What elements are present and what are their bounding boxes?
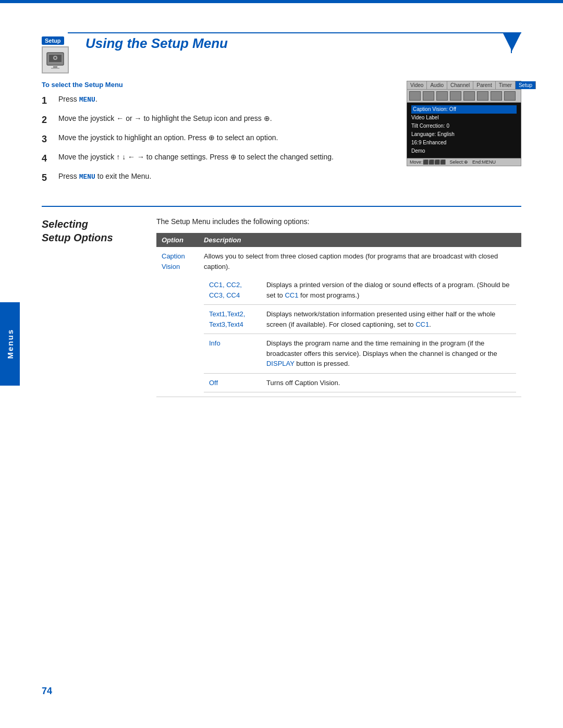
- menu-tab-setup: Setup: [516, 81, 536, 89]
- section-divider: [42, 206, 521, 207]
- sub-td-text1234-desc: Displays network/station information pre…: [261, 305, 516, 334]
- sub-td-off-desc: Turns off Caption Vision.: [261, 373, 516, 392]
- caption-vision-link: Caption Vision: [162, 252, 185, 270]
- options-table: Option Description Caption Vision Allows…: [156, 233, 521, 397]
- icon-box-7: [491, 91, 502, 101]
- mc-item-6: Demo: [411, 147, 517, 155]
- menu-tab-video: Video: [407, 81, 427, 89]
- sub-heading: To select the Setup Menu: [42, 81, 391, 89]
- step-2-text: Move the joystick ← or → to highlight th…: [58, 113, 391, 127]
- icon-box-6: [477, 91, 488, 101]
- mc-item-2: Video Label: [411, 114, 517, 122]
- menu-ref-1: MENU: [79, 96, 95, 104]
- menu-tab-parent: Parent: [473, 81, 495, 89]
- row-caption-vision: Caption Vision Allows you to select from…: [156, 247, 521, 397]
- menu-tab-channel: Channel: [447, 81, 473, 89]
- setup-icon-wrapper: Setup: [42, 35, 78, 73]
- th-description: Description: [199, 233, 521, 247]
- sub-td-off-opt: Off: [204, 373, 261, 392]
- sub-table: CC1, CC2,CC3, CC4 Displays a printed ver…: [204, 276, 516, 392]
- caption-vision-main-desc: Allows you to select from three closed c…: [204, 251, 516, 272]
- section2-title-line1: Selecting: [42, 218, 88, 230]
- icon-box-1: [409, 91, 421, 101]
- section1-title-wrapper: Using the Setup Menu: [85, 35, 228, 52]
- setup-badge: Setup: [42, 36, 64, 45]
- menu-footer: Move:⬛⬛⬛⬛ Select:⊕ End:MENU: [407, 158, 521, 166]
- page-number: 74: [42, 686, 52, 697]
- th-option: Option: [156, 233, 199, 247]
- step-4-num: 4: [42, 152, 53, 166]
- svg-rect-3: [51, 68, 59, 69]
- step-1-text: Press MENU.: [58, 94, 391, 108]
- page-container: Menus Setup Using the Se: [0, 0, 563, 728]
- sub-row-info: Info Displays the program name and the t…: [204, 334, 516, 374]
- step-5: 5 Press MENU to exit the Menu.: [42, 171, 391, 185]
- section2-right: The Setup Menu includes the following op…: [156, 217, 521, 397]
- icon-box-2: [423, 91, 434, 101]
- step-2-num: 2: [42, 113, 53, 127]
- menu-ref-5: MENU: [79, 173, 95, 181]
- step-4: 4 Move the joystick ↑ ↓ ← → to change se…: [42, 152, 391, 166]
- sub-row-text1234: Text1,Text2,Text3,Text4 Displays network…: [204, 305, 516, 334]
- intro-text: The Setup Menu includes the following op…: [156, 217, 521, 226]
- svg-point-5: [54, 57, 56, 59]
- sub-td-info-desc: Displays the program name and the time r…: [261, 334, 516, 374]
- sub-td-cc1cc2-desc: Displays a printed version of the dialog…: [261, 276, 516, 305]
- step-5-num: 5: [42, 171, 53, 185]
- td-caption-vision-option: Caption Vision: [156, 247, 199, 397]
- setup-svg-icon: [46, 51, 65, 69]
- footer-move: Move:⬛⬛⬛⬛: [410, 159, 446, 165]
- icon-box-3: [436, 91, 448, 101]
- connector-line-h: [68, 32, 521, 33]
- section1-title: Using the Setup Menu: [85, 35, 228, 52]
- side-tab: Menus: [0, 302, 20, 386]
- mc-item-5: 16:9 Enhanced: [411, 139, 517, 147]
- step-list: 1 Press MENU. 2 Move the joystick ← or →…: [42, 94, 391, 185]
- step-3-text: Move the joystick to highlight an option…: [58, 132, 391, 146]
- icon-box-8: [504, 91, 516, 101]
- mc-item-3: Tilt Correction: 0: [411, 122, 517, 130]
- step-3-num: 3: [42, 132, 53, 146]
- cc1-ref-2: CC1: [415, 320, 429, 328]
- icon-box-4: [450, 91, 461, 101]
- section1-header: Setup Using the Setup Menu: [42, 31, 521, 73]
- cc1-ref-1: CC1: [285, 291, 298, 299]
- step-4-text: Move the joystick ↑ ↓ ← → to change sett…: [58, 152, 391, 166]
- menu-icons-row: [407, 90, 521, 103]
- menu-bar: Video Audio Channel Parent Timer Setup: [407, 81, 521, 90]
- display-ref: DISPLAY: [266, 360, 295, 367]
- off-link: Off: [209, 379, 218, 387]
- setup-badge-wrapper: Setup: [42, 35, 78, 44]
- section1-content: To select the Setup Menu 1 Press MENU. 2…: [42, 81, 521, 190]
- side-tab-label: Menus: [6, 329, 15, 359]
- menu-content: Caption Vision: Off Video Label Tilt Cor…: [407, 103, 521, 158]
- step-1-num: 1: [42, 94, 53, 108]
- mc-item-4: Language: English: [411, 130, 517, 139]
- info-link: Info: [209, 339, 221, 347]
- sub-td-cc1cc2-opt: CC1, CC2,CC3, CC4: [204, 276, 261, 305]
- top-border: [0, 0, 563, 3]
- footer-end: End:MENU: [472, 159, 496, 165]
- svg-rect-2: [53, 66, 57, 68]
- td-caption-vision-desc: Allows you to select from three closed c…: [199, 247, 521, 397]
- table-header-row: Option Description: [156, 233, 521, 247]
- section2-left: Selecting Setup Options: [42, 217, 141, 397]
- sub-row-cc1cc2: CC1, CC2,CC3, CC4 Displays a printed ver…: [204, 276, 516, 305]
- mc-item-1: Caption Vision: Off: [411, 105, 517, 114]
- section2-title: Selecting Setup Options: [42, 217, 141, 244]
- step-1: 1 Press MENU.: [42, 94, 391, 108]
- icon-box-5: [463, 91, 475, 101]
- step-2: 2 Move the joystick ← or → to highlight …: [42, 113, 391, 127]
- section2-wrapper: Selecting Setup Options The Setup Menu i…: [42, 217, 521, 397]
- instructions-col: To select the Setup Menu 1 Press MENU. 2…: [42, 81, 391, 190]
- menu-tab-audio: Audio: [427, 81, 447, 89]
- step-5-text: Press MENU to exit the Menu.: [58, 171, 391, 185]
- footer-select: Select:⊕: [450, 159, 469, 165]
- sub-td-text1234-opt: Text1,Text2,Text3,Text4: [204, 305, 261, 334]
- blue-arrow: [503, 32, 521, 51]
- step-3: 3 Move the joystick to highlight an opti…: [42, 132, 391, 146]
- section2-title-line2: Setup Options: [42, 232, 113, 243]
- menu-tab-timer: Timer: [496, 81, 516, 89]
- sub-td-info-opt: Info: [204, 334, 261, 374]
- cc1cc2-link: CC1, CC2,CC3, CC4: [209, 281, 242, 299]
